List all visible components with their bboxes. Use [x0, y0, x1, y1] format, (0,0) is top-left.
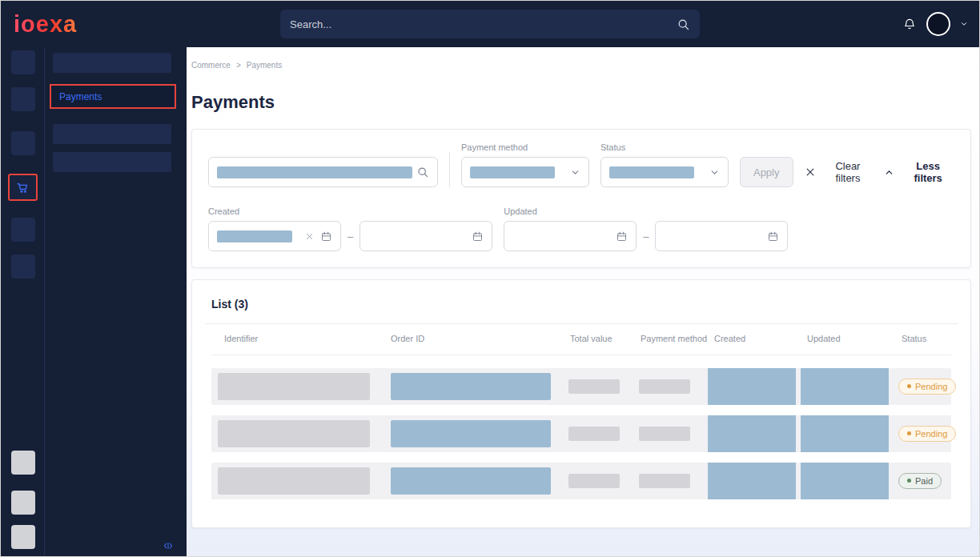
less-filters-button[interactable]: Less filters — [884, 157, 954, 187]
status-label: Paid — [915, 476, 933, 486]
avatar[interactable] — [926, 12, 950, 36]
rail-nav-item-2[interactable] — [11, 87, 35, 111]
updated-to-input[interactable] — [655, 221, 788, 251]
total-value-placeholder — [568, 427, 620, 441]
calendar-icon — [767, 230, 779, 242]
payment-method-select[interactable] — [461, 157, 589, 187]
page-title: Payments — [191, 92, 971, 113]
created-placeholder — [708, 415, 796, 452]
total-value-placeholder — [568, 379, 620, 394]
shopping-cart-icon — [15, 180, 30, 195]
logo[interactable]: ioexa — [14, 11, 77, 38]
total-value-placeholder — [568, 474, 620, 488]
filter-search-input[interactable] — [208, 157, 438, 187]
identifier-placeholder — [218, 467, 370, 495]
calendar-icon — [320, 230, 332, 242]
topbar: ioexa — [1, 1, 979, 47]
rail-nav-item-3[interactable] — [11, 131, 35, 155]
list-title: List (3) — [205, 291, 958, 324]
chevron-down-icon — [709, 167, 720, 178]
status-dot-icon — [907, 431, 911, 435]
filter-search-value-placeholder — [217, 166, 412, 178]
status-label: Status — [600, 142, 729, 152]
breadcrumb: Commerce > Payments — [191, 47, 971, 70]
topbar-actions — [902, 12, 979, 36]
payment-method-value-placeholder — [470, 166, 555, 178]
created-from-input[interactable] — [208, 221, 341, 251]
column-created: Created — [708, 334, 801, 345]
table-row[interactable]: Pending — [211, 368, 951, 405]
status-dot-icon — [907, 384, 911, 388]
column-total-value: Total value — [564, 334, 634, 345]
updated-from-input[interactable] — [504, 221, 637, 251]
status-dot-icon — [907, 479, 911, 483]
updated-placeholder — [801, 463, 889, 499]
identifier-placeholder — [218, 373, 370, 400]
created-label: Created — [208, 206, 492, 216]
status-value-placeholder — [609, 166, 694, 178]
rail-nav-item-9[interactable] — [11, 525, 35, 549]
clear-filters-button[interactable]: Clear filters — [805, 157, 874, 187]
table-row[interactable]: Pending — [211, 415, 951, 452]
order-id-placeholder — [391, 420, 551, 447]
column-order-id: Order ID — [384, 334, 564, 345]
updated-label: Updated — [504, 206, 788, 216]
status-select[interactable] — [600, 157, 729, 187]
sidebar-item-1[interactable] — [53, 53, 171, 73]
payment-method-placeholder — [639, 474, 690, 488]
bell-icon — [902, 17, 917, 31]
payment-method-placeholder — [639, 427, 690, 441]
order-id-placeholder — [391, 373, 551, 400]
status-label: Pending — [915, 429, 947, 439]
column-updated: Updated — [801, 334, 895, 345]
column-payment-method: Payment method — [634, 334, 708, 345]
app-window: ioexa — [0, 0, 980, 557]
order-id-placeholder — [391, 467, 551, 495]
global-search-input[interactable] — [290, 18, 677, 30]
payment-method-placeholder — [639, 379, 690, 394]
rail-nav-item-1[interactable] — [11, 50, 35, 74]
column-status: Status — [895, 334, 951, 345]
x-icon — [805, 166, 816, 178]
collapse-icon — [163, 540, 174, 551]
less-filters-label: Less filters — [902, 160, 954, 184]
icon-rail — [1, 47, 45, 556]
chevron-down-icon — [570, 167, 580, 178]
table-row[interactable]: Paid — [211, 463, 951, 499]
sidebar-item-label: Payments — [59, 91, 102, 102]
rail-nav-item-5[interactable] — [11, 218, 35, 242]
main-content: Commerce > Payments Payments — [187, 47, 979, 556]
account-menu-button[interactable] — [960, 20, 968, 28]
updated-placeholder — [801, 368, 889, 405]
notifications-button[interactable] — [902, 17, 917, 31]
rail-nav-item-7[interactable] — [11, 451, 35, 475]
payment-method-label: Payment method — [461, 142, 589, 152]
chevron-up-icon — [884, 167, 894, 178]
rail-nav-item-commerce[interactable] — [8, 174, 38, 201]
status-badge: Pending — [898, 379, 956, 395]
date-range-dash: – — [347, 230, 353, 242]
identifier-placeholder — [218, 420, 370, 447]
filters-card: Payment method Status — [191, 129, 971, 268]
sidebar-item-3[interactable] — [53, 124, 171, 144]
status-badge: Pending — [898, 426, 956, 442]
rail-nav-item-8[interactable] — [11, 491, 35, 515]
clear-filters-label: Clear filters — [823, 160, 874, 184]
created-to-input[interactable] — [359, 221, 492, 251]
apply-button[interactable]: Apply — [740, 157, 793, 187]
rail-nav-item-6[interactable] — [11, 254, 35, 278]
search-icon — [416, 166, 429, 178]
created-from-clear-button[interactable] — [305, 232, 314, 241]
sidebar-panel: Payments — [45, 47, 187, 556]
sidebar-item-payments[interactable]: Payments — [50, 84, 176, 109]
sidebar-item-4[interactable] — [53, 152, 171, 172]
breadcrumb-commerce[interactable]: Commerce — [191, 61, 231, 70]
created-placeholder — [708, 463, 796, 499]
column-identifier: Identifier — [211, 334, 384, 345]
search-icon — [677, 18, 690, 31]
list-card: List (3) Identifier Order ID Total value… — [191, 279, 971, 528]
global-search[interactable] — [280, 10, 700, 38]
status-label: Pending — [915, 382, 947, 391]
filter-divider — [449, 152, 450, 187]
sidebar-collapse-button[interactable] — [163, 540, 174, 551]
